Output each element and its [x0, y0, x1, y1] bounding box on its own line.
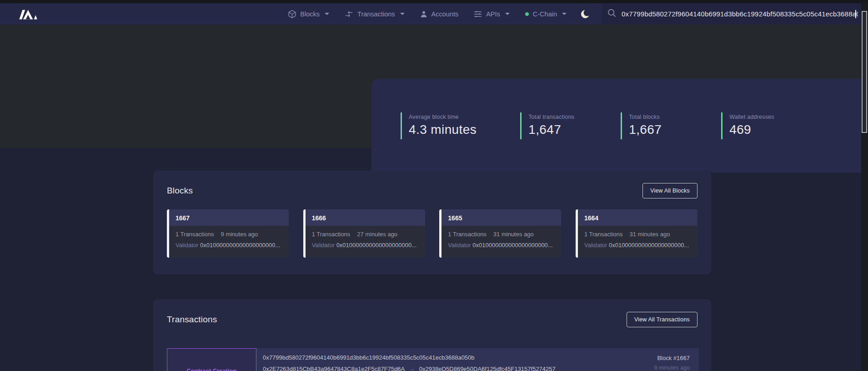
transactions-title: Transactions	[167, 315, 217, 325]
validator-address: 0x010000000000000000000...	[336, 242, 416, 249]
person-icon	[420, 10, 427, 18]
stat-value: 1,667	[629, 122, 677, 137]
stat-wallet-addresses: Wallet addresses 469	[721, 112, 778, 139]
stat-label: Wallet addresses	[729, 114, 778, 120]
sliders-icon	[474, 10, 482, 18]
stat-label: Average block time	[409, 114, 477, 120]
stat-label: Total transactions	[528, 114, 577, 120]
green-dot-icon	[525, 12, 529, 16]
blocks-title: Blocks	[167, 186, 193, 196]
nav-item-label: C-Chain	[533, 10, 557, 18]
stat-label: Total blocks	[629, 114, 677, 120]
stats-panel: Average block time 4.3 minutes Total tra…	[371, 79, 868, 173]
explorer-app: Blocks Transactions	[0, 0, 868, 371]
nav-item-label: Transactions	[357, 10, 395, 18]
chevron-down-icon	[505, 13, 510, 15]
scrollbar-thumb[interactable]	[862, 11, 867, 133]
transaction-hash[interactable]: 0x7799bd580272f9604140b6991d3bb6c19924bf…	[263, 354, 603, 361]
nav-item-accounts[interactable]: Accounts	[420, 10, 459, 18]
from-address[interactable]: 0x2E7263d815CbB43a9647843C8a1e2F5c87F75d…	[263, 366, 405, 371]
block-tx-count: 1 Transactions	[584, 231, 623, 238]
stat-total-blocks: Total blocks 1,667	[621, 112, 677, 139]
navbar: Blocks Transactions	[0, 3, 868, 25]
swap-arrows-icon	[345, 10, 353, 18]
stat-value: 469	[729, 122, 778, 137]
to-address-link[interactable]: 0x2938eD5D869e50DA6f125dfc45F13157f52742…	[419, 366, 556, 371]
chevron-down-icon	[325, 13, 329, 15]
transactions-panel: Transactions View All Transactions Contr…	[153, 299, 711, 371]
view-all-transactions-button[interactable]: View All Transactions	[627, 312, 697, 327]
vertical-scrollbar[interactable]	[861, 3, 868, 371]
block-cards-row: 1667 1 Transactions 9 minutes ago Valida…	[153, 209, 711, 258]
stat-value: 4.3 minutes	[409, 122, 477, 137]
blocks-panel: Blocks View All Blocks 1667 1 Transactio…	[153, 170, 711, 274]
chevron-down-icon	[400, 13, 405, 15]
nav-item-apis[interactable]: APIs	[474, 10, 510, 18]
block-time-ago: 31 minutes ago	[630, 231, 670, 238]
block-tx-count: 1 Transactions	[176, 231, 214, 238]
transaction-block-link[interactable]: Block #1667	[603, 355, 690, 361]
nav-item-label: Blocks	[300, 10, 320, 18]
transaction-type-box: Contract Creation Success	[167, 348, 256, 371]
block-number[interactable]: 1665	[442, 209, 561, 226]
block-card[interactable]: 1666 1 Transactions 27 minutes ago Valid…	[303, 209, 425, 258]
validator-label: Validator	[312, 242, 335, 249]
search-icon	[607, 9, 616, 19]
stat-total-transactions: Total transactions 1,647	[520, 112, 577, 139]
avalanche-logo[interactable]	[17, 7, 38, 21]
chevron-down-icon	[562, 13, 567, 15]
validator-address: 0x010000000000000000000...	[200, 242, 280, 249]
block-time-ago: 31 minutes ago	[493, 231, 534, 238]
blocks-panel-header: Blocks View All Blocks	[153, 170, 711, 209]
block-card[interactable]: 1667 1 Transactions 9 minutes ago Valida…	[167, 209, 289, 258]
block-number[interactable]: 1664	[578, 209, 697, 226]
stat-average-block-time: Average block time 4.3 minutes	[401, 112, 477, 139]
nav-item-c-chain[interactable]: C-Chain	[525, 10, 567, 18]
transaction-row[interactable]: Contract Creation Success 0x7799bd580272…	[167, 348, 699, 371]
transaction-time-ago: 9 minutes ago	[603, 365, 690, 371]
hero-band: Average block time 4.3 minutes Total tra…	[0, 25, 868, 148]
validator-label: Validator	[448, 242, 471, 249]
moon-icon	[580, 9, 590, 19]
cube-icon	[288, 10, 296, 18]
transaction-type: Contract Creation	[187, 367, 237, 371]
validator-address: 0x010000000000000000000...	[609, 242, 689, 249]
block-tx-count: 1 Transactions	[448, 231, 487, 238]
text-cursor	[855, 10, 856, 18]
search-bar	[602, 3, 861, 25]
block-card[interactable]: 1664 1 Transactions 31 minutes ago Valid…	[576, 209, 697, 258]
validator-label: Validator	[176, 242, 198, 249]
block-number[interactable]: 1666	[306, 209, 425, 226]
stat-value: 1,647	[528, 122, 577, 137]
nav-item-label: APIs	[486, 10, 500, 18]
view-all-blocks-button[interactable]: View All Blocks	[642, 183, 697, 198]
block-time-ago: 9 minutes ago	[221, 231, 258, 238]
nav-menu: Blocks Transactions	[288, 10, 567, 18]
search-input[interactable]	[622, 10, 858, 18]
block-card[interactable]: 1665 1 Transactions 31 minutes ago Valid…	[439, 209, 561, 258]
arrow-right-icon: →	[409, 366, 415, 371]
nav-item-blocks[interactable]: Blocks	[288, 10, 329, 18]
block-time-ago: 27 minutes ago	[357, 231, 397, 238]
nav-item-transactions[interactable]: Transactions	[345, 10, 404, 18]
nav-item-label: Accounts	[431, 10, 459, 18]
theme-toggle[interactable]	[580, 9, 590, 19]
transactions-panel-header: Transactions View All Transactions	[153, 299, 711, 338]
validator-label: Validator	[584, 242, 607, 249]
block-number[interactable]: 1667	[169, 209, 289, 226]
top-edge-strip	[0, 0, 868, 3]
block-tx-count: 1 Transactions	[312, 231, 351, 238]
validator-address: 0x010000000000000000000...	[472, 242, 552, 249]
